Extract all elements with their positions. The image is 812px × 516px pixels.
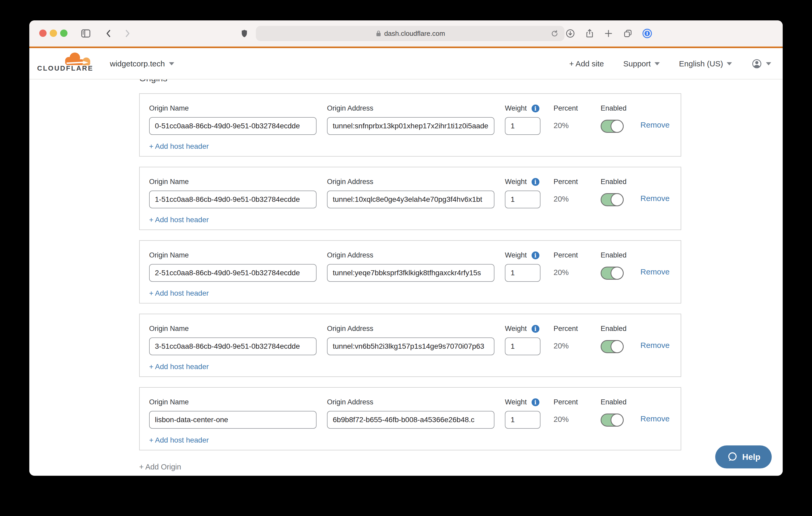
info-icon[interactable]: i bbox=[531, 104, 540, 113]
origin-address-input[interactable] bbox=[327, 337, 494, 355]
sidebar-toggle-icon[interactable] bbox=[80, 27, 92, 40]
cloudflare-cloud-icon bbox=[63, 52, 92, 66]
account-name: widgetcorp.tech bbox=[110, 59, 165, 68]
cloudflare-header: CLOUDFLARE widgetcorp.tech + Add site Su… bbox=[29, 48, 783, 80]
origin-name-input[interactable] bbox=[149, 117, 317, 135]
percent-value: 20% bbox=[554, 342, 578, 350]
origin-address-input[interactable] bbox=[327, 411, 494, 429]
weight-input[interactable] bbox=[505, 264, 541, 282]
back-button-icon[interactable] bbox=[103, 27, 115, 40]
percent-value: 20% bbox=[554, 415, 578, 424]
window-controls bbox=[39, 30, 67, 37]
weight-input[interactable] bbox=[505, 117, 541, 135]
origin-address-input[interactable] bbox=[327, 117, 494, 135]
remove-origin-link[interactable]: Remove bbox=[640, 414, 670, 423]
weight-label: Weight bbox=[505, 104, 527, 113]
remove-origin-link[interactable]: Remove bbox=[640, 267, 670, 276]
origin-name-label: Origin Name bbox=[149, 251, 317, 259]
forward-button-icon[interactable] bbox=[121, 27, 134, 40]
chevron-down-icon bbox=[655, 62, 660, 65]
password-manager-icon[interactable] bbox=[641, 27, 654, 40]
add-origin-link[interactable]: + Add Origin bbox=[139, 463, 181, 471]
enabled-label: Enabled bbox=[601, 251, 627, 259]
origin-name-label: Origin Name bbox=[149, 178, 317, 186]
share-icon[interactable] bbox=[583, 27, 596, 40]
origin-name-label: Origin Name bbox=[149, 325, 317, 333]
percent-label: Percent bbox=[554, 398, 578, 406]
weight-label: Weight bbox=[505, 325, 527, 333]
origin-address-label: Origin Address bbox=[327, 251, 494, 259]
address-bar[interactable]: dash.cloudflare.com bbox=[256, 26, 564, 41]
account-selector[interactable]: widgetcorp.tech bbox=[110, 48, 174, 80]
remove-origin-link[interactable]: Remove bbox=[640, 194, 670, 203]
percent-value: 20% bbox=[554, 195, 578, 203]
percent-value: 20% bbox=[554, 121, 578, 130]
help-button[interactable]: Help bbox=[715, 446, 772, 468]
origin-address-input[interactable] bbox=[327, 190, 494, 208]
enabled-toggle[interactable] bbox=[601, 120, 624, 133]
enabled-toggle[interactable] bbox=[601, 267, 624, 280]
remove-origin-link[interactable]: Remove bbox=[640, 121, 670, 129]
close-window-button[interactable] bbox=[39, 30, 47, 37]
enabled-label: Enabled bbox=[601, 398, 627, 406]
weight-label: Weight bbox=[505, 398, 527, 406]
info-icon[interactable]: i bbox=[531, 178, 540, 186]
avatar-icon bbox=[751, 58, 762, 69]
origin-name-input[interactable] bbox=[149, 190, 317, 208]
enabled-toggle[interactable] bbox=[601, 340, 624, 353]
minimize-window-button[interactable] bbox=[50, 30, 57, 37]
weight-input[interactable] bbox=[505, 337, 541, 355]
info-icon[interactable]: i bbox=[531, 251, 540, 259]
cloudflare-logo[interactable]: CLOUDFLARE bbox=[37, 52, 94, 76]
url-text: dash.cloudflare.com bbox=[384, 30, 445, 38]
origin-card: Origin Name + Add host header Origin Add… bbox=[139, 387, 681, 450]
toggle-knob bbox=[611, 414, 624, 427]
remove-origin-link[interactable]: Remove bbox=[640, 341, 670, 350]
browser-chrome: dash.cloudflare.com bbox=[29, 20, 783, 47]
add-host-header-link[interactable]: + Add host header bbox=[149, 436, 209, 444]
add-site-label: + Add site bbox=[569, 59, 604, 68]
user-menu[interactable] bbox=[751, 58, 771, 69]
enabled-toggle[interactable] bbox=[601, 193, 624, 206]
enabled-toggle[interactable] bbox=[601, 414, 624, 427]
weight-input[interactable] bbox=[505, 190, 541, 208]
support-label: Support bbox=[624, 59, 651, 68]
privacy-shield-icon[interactable] bbox=[238, 27, 251, 40]
origin-address-label: Origin Address bbox=[327, 325, 494, 333]
origins-section-title: Origins bbox=[139, 80, 783, 83]
origin-card: Origin Name + Add host header Origin Add… bbox=[139, 314, 681, 377]
origin-name-input[interactable] bbox=[149, 411, 317, 429]
chevron-down-icon bbox=[766, 62, 771, 65]
add-host-header-link[interactable]: + Add host header bbox=[149, 363, 209, 371]
info-icon[interactable]: i bbox=[531, 398, 540, 406]
downloads-icon[interactable] bbox=[564, 27, 577, 40]
toggle-knob bbox=[611, 193, 624, 206]
percent-value: 20% bbox=[554, 268, 578, 277]
origin-address-label: Origin Address bbox=[327, 398, 494, 406]
language-label: English (US) bbox=[679, 59, 723, 68]
new-tab-icon[interactable] bbox=[602, 27, 615, 40]
tab-overview-icon[interactable] bbox=[621, 27, 634, 40]
add-host-header-link[interactable]: + Add host header bbox=[149, 289, 209, 298]
origin-address-input[interactable] bbox=[327, 264, 494, 282]
origin-name-input[interactable] bbox=[149, 264, 317, 282]
percent-label: Percent bbox=[554, 325, 578, 333]
language-menu[interactable]: English (US) bbox=[679, 59, 732, 68]
origin-name-input[interactable] bbox=[149, 337, 317, 355]
toggle-knob bbox=[611, 340, 624, 353]
toggle-knob bbox=[611, 267, 624, 280]
add-site-button[interactable]: + Add site bbox=[569, 59, 604, 68]
add-host-header-link[interactable]: + Add host header bbox=[149, 142, 209, 151]
info-icon[interactable]: i bbox=[531, 325, 540, 333]
help-label: Help bbox=[742, 452, 760, 462]
origin-card-list: Origin Name + Add host header Origin Add… bbox=[139, 93, 681, 450]
origin-card: Origin Name + Add host header Origin Add… bbox=[139, 167, 681, 230]
weight-input[interactable] bbox=[505, 411, 541, 429]
zoom-window-button[interactable] bbox=[60, 30, 67, 37]
origin-name-label: Origin Name bbox=[149, 104, 317, 113]
chevron-down-icon bbox=[169, 62, 174, 65]
add-host-header-link[interactable]: + Add host header bbox=[149, 216, 209, 224]
reload-icon[interactable] bbox=[548, 27, 561, 40]
origin-name-label: Origin Name bbox=[149, 398, 317, 406]
support-menu[interactable]: Support bbox=[624, 59, 660, 68]
